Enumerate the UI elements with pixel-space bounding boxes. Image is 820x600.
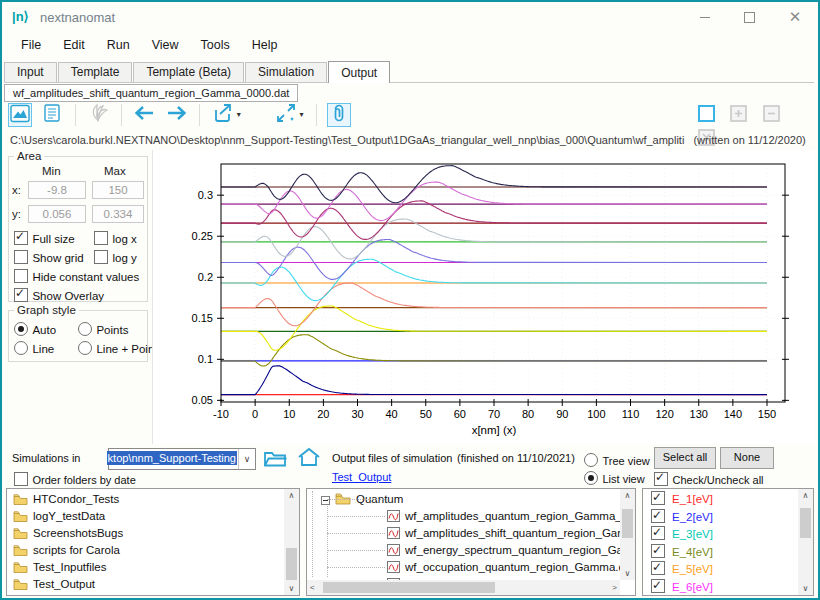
- line-points-radio[interactable]: Line + Points: [78, 339, 163, 357]
- dat-file-icon: [387, 544, 400, 556]
- plot-view-icon[interactable]: [8, 103, 32, 127]
- file-tab[interactable]: wf_amplitudes_shift_quantum_region_Gamma…: [4, 84, 298, 102]
- show-grid-checkbox[interactable]: Show grid: [14, 248, 84, 266]
- tree-file-item[interactable]: wf_energy_spectrum_quantum_region_Gamr: [307, 542, 620, 559]
- hide-constant-values-checkbox[interactable]: Hide constant values: [14, 267, 139, 285]
- folder-icon: [13, 527, 28, 539]
- fit-zoom-dropdown-caret[interactable]: ▾: [300, 103, 308, 127]
- legend-checkbox[interactable]: [651, 544, 665, 558]
- scroll-thumb[interactable]: [622, 509, 633, 538]
- wavefunction-psi-6: [221, 240, 767, 280]
- scroll-up-icon[interactable]: ∧: [284, 491, 299, 500]
- scroll-thumb[interactable]: [286, 548, 297, 580]
- simulation-folder-combo[interactable]: ktop\nnm_Support-Testing ∨: [108, 448, 256, 470]
- legend-item[interactable]: E_3[eV]: [643, 526, 798, 544]
- collapse-expander-icon[interactable]: [321, 496, 330, 505]
- legend-item[interactable]: E_2[eV]: [643, 509, 798, 527]
- back-arrow-icon[interactable]: [132, 103, 156, 127]
- folder-item[interactable]: scripts for Carola: [7, 542, 284, 559]
- scroll-down-icon[interactable]: ∨: [284, 584, 299, 593]
- maximize-icon[interactable]: [734, 8, 764, 26]
- line-radio[interactable]: Line: [14, 339, 54, 357]
- y-min-field[interactable]: 0.056: [28, 205, 86, 223]
- home-icon[interactable]: [296, 446, 322, 473]
- none-button[interactable]: None: [720, 447, 774, 469]
- menu-item[interactable]: Run: [96, 34, 141, 56]
- scroll-right-icon[interactable]: >: [612, 580, 617, 595]
- tree-file-item[interactable]: wf_amplitudes_shift_quantum_region_Gamm: [307, 525, 620, 542]
- file-path: C:\Users\carola.burkl.NEXTNANO\Desktop\n…: [10, 134, 816, 146]
- test-output-link[interactable]: Test_Output: [332, 471, 391, 483]
- fit-zoom-icon[interactable]: [274, 103, 298, 127]
- tree-view-radio[interactable]: Tree view: [584, 451, 650, 469]
- tab[interactable]: Template: [58, 62, 133, 82]
- tab[interactable]: Output: [328, 61, 390, 83]
- legend-item[interactable]: E_4[eV]: [643, 544, 798, 562]
- folder-item[interactable]: logY_testData: [7, 508, 284, 525]
- scroll-up-icon[interactable]: ∧: [620, 491, 635, 500]
- legend-checkbox[interactable]: [651, 579, 665, 593]
- combo-dropdown-icon[interactable]: ∨: [238, 449, 255, 469]
- text-view-icon[interactable]: [40, 103, 64, 127]
- log-y-checkbox[interactable]: log y: [94, 248, 137, 266]
- check-uncheck-all-checkbox[interactable]: Check/Uncheck all: [654, 470, 764, 488]
- legend-checkbox[interactable]: [651, 561, 665, 575]
- export-dropdown-caret[interactable]: ▾: [237, 103, 245, 127]
- auto-radio[interactable]: Auto: [14, 320, 56, 338]
- folder-list-scrollbar[interactable]: ∧ ∨: [284, 489, 299, 595]
- list-view-radio[interactable]: List view: [584, 469, 645, 487]
- minimize-icon[interactable]: [690, 8, 720, 26]
- scroll-thumb[interactable]: [800, 508, 811, 538]
- menu-item[interactable]: Edit: [52, 34, 96, 56]
- points-radio[interactable]: Points: [78, 320, 128, 338]
- tab[interactable]: Simulation: [245, 62, 327, 82]
- scroll-down-icon[interactable]: ∨: [798, 584, 813, 593]
- legend-item[interactable]: E_1[eV]: [643, 491, 798, 509]
- menu-item[interactable]: File: [10, 34, 52, 56]
- legend-checkbox[interactable]: [651, 491, 665, 505]
- x-tick-label: 50: [420, 408, 432, 420]
- y-tick-label: 0.2: [198, 271, 213, 283]
- folder-item[interactable]: Test_Inputfiles: [7, 559, 284, 576]
- open-folder-icon[interactable]: [262, 447, 288, 473]
- x-row-label: x:: [12, 184, 21, 196]
- new-window-icon[interactable]: [694, 103, 718, 127]
- y-max-field[interactable]: 0.334: [92, 205, 144, 223]
- full-size-checkbox[interactable]: Full size: [14, 229, 75, 247]
- paperclip-icon[interactable]: [327, 103, 351, 127]
- export-icon[interactable]: [211, 103, 235, 127]
- legend-item[interactable]: E_6[eV]: [643, 579, 798, 597]
- folder-item[interactable]: HTCondor_Tests: [7, 491, 284, 508]
- tree-horizontal-scrollbar[interactable]: < >: [307, 580, 620, 595]
- scroll-thumb[interactable]: [323, 582, 495, 593]
- tab[interactable]: Template (Beta): [133, 62, 244, 82]
- tree-file-item[interactable]: wf_occupation_quantum_region_Gamma.dat: [307, 559, 620, 576]
- scroll-down-icon[interactable]: ∨: [620, 569, 635, 578]
- menu-item[interactable]: View: [141, 34, 190, 56]
- dat-file-icon: [387, 527, 400, 539]
- forward-arrow-icon[interactable]: [165, 103, 189, 127]
- menu-item[interactable]: Tools: [190, 34, 241, 56]
- legend-checkbox[interactable]: [651, 509, 665, 523]
- scroll-up-icon[interactable]: ∧: [798, 491, 813, 500]
- overlay-fan-icon: [86, 103, 110, 127]
- legend-checkbox[interactable]: [651, 526, 665, 540]
- output-files-label: Output files of simulation: [332, 452, 452, 464]
- scroll-left-icon[interactable]: <: [310, 580, 315, 595]
- tree-file-item[interactable]: wf_amplitudes_quantum_region_Gamma_00: [307, 508, 620, 525]
- tree-vertical-scrollbar[interactable]: ∧ ∨: [620, 489, 635, 580]
- select-all-button[interactable]: Select all: [654, 447, 716, 469]
- tree-root-quantum[interactable]: Quantum: [307, 491, 620, 508]
- show-overlay-checkbox[interactable]: Show Overlay: [14, 286, 104, 304]
- log-x-checkbox[interactable]: log x: [94, 229, 137, 247]
- folder-item[interactable]: Test_Output: [7, 576, 284, 593]
- tab[interactable]: Input: [4, 62, 57, 82]
- legend-item[interactable]: E_5[eV]: [643, 561, 798, 579]
- x-min-field[interactable]: -9.8: [28, 181, 86, 199]
- menu-item[interactable]: Help: [241, 34, 289, 56]
- close-icon[interactable]: ✕: [780, 8, 810, 26]
- legend-scrollbar[interactable]: ∧ ∨: [798, 489, 813, 595]
- x-max-field[interactable]: 150: [92, 181, 144, 199]
- order-folders-checkbox[interactable]: Order folders by date: [14, 470, 136, 488]
- folder-item[interactable]: ScreenshotsBugs: [7, 525, 284, 542]
